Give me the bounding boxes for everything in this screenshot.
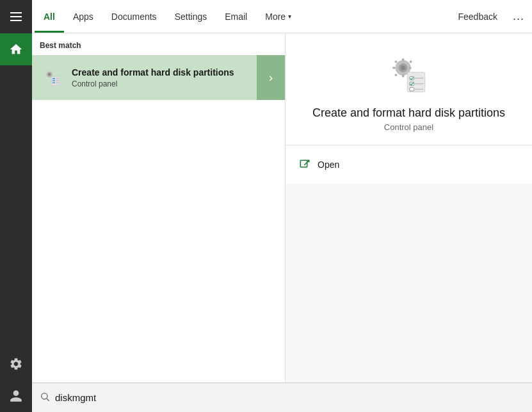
person-icon	[9, 389, 23, 403]
result-item-text: Create and format hard disk partitions C…	[72, 67, 277, 88]
open-label: Open	[318, 160, 339, 170]
detail-actions: Open	[286, 145, 532, 184]
svg-line-30	[47, 399, 49, 401]
svg-point-11	[401, 65, 405, 70]
home-icon	[9, 42, 23, 56]
search-input[interactable]	[55, 392, 524, 403]
svg-rect-16	[394, 60, 398, 63]
svg-rect-15	[408, 67, 411, 69]
result-item-arrow[interactable]: ›	[257, 55, 285, 100]
result-item-subtitle: Control panel	[72, 79, 277, 88]
tab-settings[interactable]: Settings	[166, 0, 216, 33]
sidebar	[0, 0, 32, 412]
arrow-right-icon: ›	[269, 71, 273, 85]
tab-all[interactable]: All	[35, 0, 64, 33]
svg-rect-13	[401, 74, 403, 77]
nav-right: Feedback ...	[453, 7, 530, 26]
detail-panel: Create and format hard disk partitions C…	[285, 33, 532, 383]
svg-rect-17	[409, 60, 412, 63]
svg-rect-14	[392, 67, 395, 69]
result-item[interactable]: Create and format hard disk partitions C…	[32, 55, 285, 100]
tab-documents[interactable]: Documents	[102, 0, 166, 33]
detail-icon	[387, 53, 431, 97]
hamburger-button[interactable]	[4, 5, 28, 28]
feedback-button[interactable]: Feedback	[453, 9, 503, 24]
results-panel: Best match	[32, 33, 285, 383]
open-icon	[298, 158, 311, 171]
best-match-label: Best match	[32, 41, 285, 55]
top-nav: All Apps Documents Settings Email More ▾…	[32, 0, 532, 33]
disk-mgmt-large-icon	[390, 56, 428, 94]
tab-apps[interactable]: Apps	[64, 0, 102, 33]
detail-title: Create and format hard disk partitions	[312, 106, 505, 120]
svg-rect-18	[394, 74, 398, 77]
gear-icon	[9, 357, 23, 371]
sidebar-settings-button[interactable]	[0, 348, 32, 380]
tab-more[interactable]: More ▾	[256, 0, 300, 33]
svg-rect-2	[51, 76, 60, 85]
result-item-title: Create and format hard disk partitions	[72, 67, 277, 78]
detail-top: Create and format hard disk partitions C…	[286, 33, 532, 145]
svg-point-1	[48, 73, 51, 76]
more-options-button[interactable]: ...	[508, 7, 529, 26]
result-item-icon	[40, 65, 65, 90]
svg-rect-4	[52, 80, 55, 81]
detail-subtitle: Control panel	[384, 122, 433, 132]
search-bar	[32, 383, 532, 412]
chevron-down-icon: ▾	[288, 13, 291, 20]
main-content: All Apps Documents Settings Email More ▾…	[32, 0, 532, 412]
svg-rect-3	[52, 78, 55, 79]
open-action[interactable]: Open	[298, 156, 519, 174]
sidebar-user-button[interactable]	[0, 380, 32, 412]
sidebar-home-button[interactable]	[0, 33, 32, 65]
svg-rect-25	[409, 88, 414, 91]
svg-rect-12	[401, 58, 403, 61]
nav-tabs: All Apps Documents Settings Email More ▾	[35, 0, 453, 33]
search-icon	[40, 391, 50, 404]
svg-rect-5	[52, 82, 55, 83]
tab-email[interactable]: Email	[216, 0, 256, 33]
content-area: Best match	[32, 33, 532, 383]
svg-point-29	[42, 393, 47, 399]
disk-mgmt-small-icon	[42, 67, 63, 88]
